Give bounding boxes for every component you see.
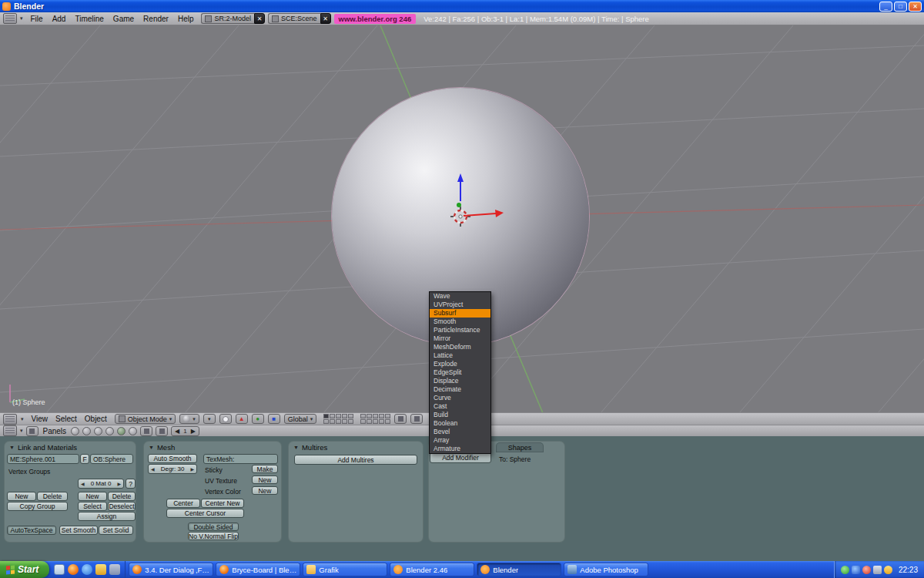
stepper-right-icon[interactable]: ▶ [190,466,194,472]
modifier-menu-item[interactable]: Wave [430,292,490,301]
deselect-button[interactable]: Deselect [108,502,136,511]
modifier-menu-item[interactable]: UVProject [430,301,490,309]
material-index-stepper[interactable]: ◀ 0 Mat 0 ▶ [78,479,124,489]
maximize-button[interactable]: □ [894,2,907,12]
viewport-menu-object[interactable]: Object [81,415,111,423]
script-context-icon[interactable] [82,427,91,435]
subcontext-icon-2[interactable] [156,426,168,436]
manipulator-hand-icon[interactable] [219,414,232,424]
quicklaunch-media-icon[interactable] [95,564,106,575]
panels-menu[interactable]: Panels [42,427,69,435]
tray-messenger-icon[interactable] [884,566,892,574]
taskbar-task[interactable]: Adobe Photoshop [564,563,648,576]
layer-cell[interactable] [336,414,341,418]
taskbar-task[interactable]: 3.4. Der Dialog ‚Farb... [129,563,213,576]
start-button[interactable]: Start [0,561,49,578]
collapse-triangle-icon[interactable]: ▼ [149,445,154,450]
menu-file[interactable]: File [26,15,48,23]
layer-cell[interactable] [323,414,329,418]
layer-cell[interactable] [373,414,378,418]
taskbar-task[interactable]: Grafik [303,563,387,576]
set-solid-button[interactable]: Set Solid [99,526,133,535]
show-desktop-icon[interactable] [54,564,65,575]
scene-context-icon[interactable] [129,427,137,435]
vgroup-delete-button[interactable]: Delete [37,492,68,501]
layer-cell[interactable] [379,419,384,424]
add-multires-button[interactable]: Add Multires [294,455,417,465]
texmesh-field[interactable]: TexMesh: [203,454,278,464]
vgroup-new-button[interactable]: New [7,492,36,501]
degr-slider[interactable]: ◀ Degr: 30 ▶ [148,464,197,474]
modifier-menu-item[interactable]: Curve [430,394,490,402]
modifier-menu-item[interactable]: Lattice [430,351,490,360]
material-delete-button[interactable]: Delete [108,492,136,501]
menu-game[interactable]: Game [109,15,139,23]
tray-network-icon[interactable] [852,566,860,574]
stepper-right-icon[interactable]: ▶ [117,481,121,486]
layer-cell[interactable] [336,419,341,424]
vertex-color-new-button[interactable]: New [252,486,278,495]
buttons-page-stepper[interactable]: ◀ 1 ▶ [171,426,199,436]
panel-align-icon[interactable] [26,426,38,436]
collapse-triangle-icon[interactable]: ▼ [9,445,15,450]
minimize-button[interactable]: _ [879,2,892,12]
modifier-menu-item[interactable]: Boolean [430,419,490,428]
screen-selector[interactable]: SR:2-Model [201,13,254,24]
layer-cell[interactable] [385,419,390,424]
modifier-menu-item[interactable]: ParticleInstance [430,326,490,334]
layer-cell[interactable] [330,414,335,418]
modifier-menu-item[interactable]: Bevel [430,428,490,436]
stepper-left-icon[interactable]: ◀ [151,466,155,472]
mesh-datablock-field[interactable]: ME:Sphere.001 [7,454,79,464]
double-sided-toggle[interactable]: Double Sided [188,523,239,531]
copy-group-button[interactable]: Copy Group [7,502,68,511]
select-button[interactable]: Select [78,502,107,511]
taskbar-task[interactable]: Blender [477,563,561,576]
material-new-button[interactable]: New [78,492,107,501]
layer-cell[interactable] [342,419,347,424]
tray-antivirus-icon[interactable] [841,566,849,574]
viewport-menu-view[interactable]: View [28,415,52,423]
modifier-menu-item[interactable]: Armature [430,445,490,453]
tray-update-icon[interactable] [862,566,871,574]
shading-context-icon[interactable] [94,427,102,435]
fake-user-button[interactable]: F [80,454,89,464]
assign-button[interactable]: Assign [78,512,136,521]
layer-cell[interactable] [379,414,384,418]
viewport-window-type-icon[interactable] [3,414,17,425]
orientation-selector[interactable]: Global ▾ [284,414,317,424]
no-vnormal-flip-toggle[interactable]: No V.Normal Flip [188,532,239,540]
logic-context-icon[interactable] [71,427,79,435]
modifier-menu-item[interactable]: Subsurf [430,309,490,318]
lock-icon[interactable] [394,414,407,424]
manipulator-scale-icon[interactable]: ■ [268,414,280,424]
modifier-menu-item[interactable]: Explode [430,360,490,368]
quicklaunch-firefox-icon[interactable] [68,564,79,575]
layer-cell[interactable] [360,419,366,424]
center-new-button[interactable]: Center New [201,499,244,508]
pivot-selector[interactable]: ▾ [203,414,216,424]
screen-delete-button[interactable]: ✕ [254,13,265,24]
buttons-window-type-icon[interactable] [3,425,17,436]
sticky-make-button[interactable]: Make [252,465,278,473]
add-modifier-button[interactable]: Add Modifier [430,452,491,463]
auto-smooth-toggle[interactable]: Auto Smooth [148,454,197,463]
object-name-field[interactable]: OB:Sphere [90,454,133,464]
taskbar-task[interactable]: Blender 2.46 [390,563,474,576]
close-button[interactable]: ✕ [909,2,922,12]
mode-selector[interactable]: Object Mode ▾ [115,414,176,424]
collapse-triangle-icon[interactable]: ▼ [293,445,299,450]
menu-add[interactable]: Add [48,15,71,23]
subcontext-icon-1[interactable] [140,426,152,436]
modifier-menu-item[interactable]: Smooth [430,318,490,326]
layer-cell[interactable] [367,419,372,424]
stepper-right-icon[interactable]: ▶ [191,428,196,435]
render-preview-icon[interactable] [410,414,423,424]
autotexspace-toggle[interactable]: AutoTexSpace [7,526,56,535]
modifier-menu-item[interactable]: Array [430,436,490,445]
object-context-icon[interactable] [105,427,114,435]
tray-volume-icon[interactable] [873,566,882,574]
scene-delete-button[interactable]: ✕ [320,13,331,24]
layer-cell[interactable] [348,414,353,418]
manipulator-rotate-icon[interactable]: ● [252,414,264,424]
